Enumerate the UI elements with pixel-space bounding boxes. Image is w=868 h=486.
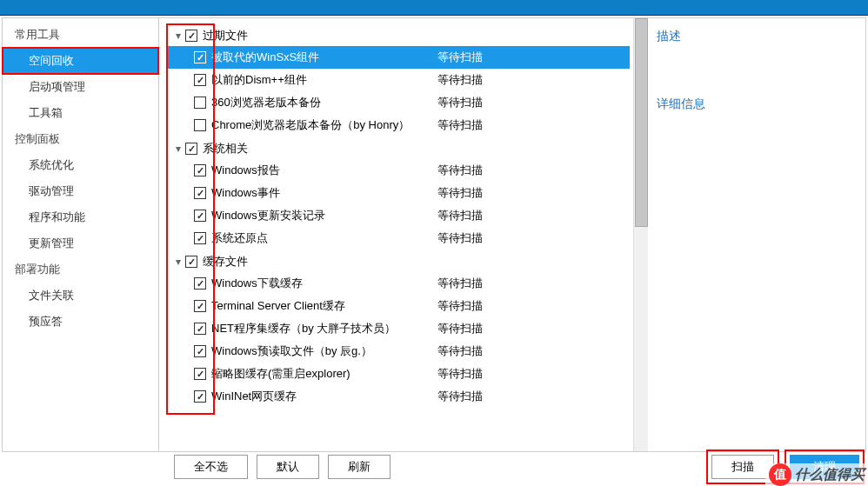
item-label: 360浏览器老版本备份 (211, 95, 437, 110)
group-checkbox[interactable] (185, 143, 197, 155)
item-checkbox[interactable] (194, 97, 206, 109)
tree-item[interactable]: 以前的Dism++组件等待扫描 (166, 69, 630, 91)
group-checkbox[interactable] (185, 30, 197, 42)
item-checkbox[interactable] (194, 277, 206, 290)
scrollbar-thumb[interactable] (635, 18, 648, 227)
item-label: Chrome浏览器老版本备份（by Honry） (211, 117, 437, 133)
tree-group-header[interactable]: ▾系统相关 (166, 138, 630, 159)
item-status: 等待扫描 (437, 298, 524, 314)
item-checkbox[interactable] (194, 345, 206, 357)
item-checkbox[interactable] (194, 51, 206, 63)
group-checkbox[interactable] (185, 256, 197, 268)
item-checkbox[interactable] (194, 390, 206, 403)
item-label: Windows更新安装记录 (211, 208, 437, 223)
item-checkbox[interactable] (194, 368, 206, 380)
tree-item[interactable]: WinINet网页缓存等待扫描 (166, 385, 630, 408)
sidebar-section-header: 部署功能 (3, 256, 158, 283)
item-label: WinINet网页缓存 (211, 389, 437, 404)
sidebar-item[interactable]: 工具箱 (3, 100, 158, 126)
tree-item[interactable]: 系统还原点等待扫描 (166, 227, 630, 250)
item-status: 等待扫描 (437, 230, 524, 246)
bottom-toolbar: 全不选 默认 刷新 扫描 清理 (0, 448, 868, 486)
item-label: 系统还原点 (211, 230, 437, 246)
sidebar-item[interactable]: 文件关联 (3, 283, 158, 309)
window-titlebar (0, 0, 868, 16)
item-status: 等待扫描 (437, 117, 524, 133)
tree-item[interactable]: Windows更新安装记录等待扫描 (166, 204, 630, 227)
tree-item[interactable]: 缩略图缓存(需重启explorer)等待扫描 (166, 363, 630, 385)
tree-item[interactable]: Windows报告等待扫描 (166, 159, 630, 182)
item-checkbox[interactable] (194, 210, 206, 222)
tree-item[interactable]: Windows事件等待扫描 (166, 182, 630, 204)
tree-group: ▾系统相关Windows报告等待扫描Windows事件等待扫描Windows更新… (166, 138, 630, 250)
app-container: 常用工具空间回收启动项管理工具箱控制面板系统优化驱动管理程序和功能更新管理部署功… (2, 17, 866, 452)
item-status: 等待扫描 (437, 50, 524, 65)
item-checkbox[interactable] (194, 74, 206, 86)
item-label: Windows报告 (211, 163, 437, 178)
sidebar-item[interactable]: 驱动管理 (3, 178, 158, 204)
tree-item[interactable]: Terminal Server Client缓存等待扫描 (166, 295, 630, 317)
tree-item[interactable]: NET程序集缓存（by 大胖子技术员）等待扫描 (166, 317, 630, 340)
item-label: 被取代的WinSxS组件 (211, 50, 437, 65)
refresh-button[interactable]: 刷新 (328, 455, 391, 479)
item-status: 等待扫描 (437, 366, 524, 382)
item-status: 等待扫描 (437, 185, 524, 201)
tree-item[interactable]: Windows预读取文件（by 辰g.）等待扫描 (166, 340, 630, 363)
sidebar-section-header: 控制面板 (3, 126, 158, 152)
info-panel: 描述 详细信息 (648, 18, 865, 451)
item-label: Windows事件 (211, 185, 437, 201)
tree-item[interactable]: Windows下载缓存等待扫描 (166, 272, 630, 295)
item-label: Windows下载缓存 (211, 276, 437, 291)
tree-group-header[interactable]: ▾过期文件 (166, 25, 630, 46)
item-checkbox[interactable] (194, 323, 206, 335)
sidebar-item[interactable]: 程序和功能 (3, 204, 158, 230)
right-button-group: 扫描 清理 (711, 455, 859, 479)
cleanup-tree: ▾过期文件被取代的WinSxS组件等待扫描以前的Dism++组件等待扫描360浏… (159, 18, 633, 451)
left-button-group: 全不选 默认 刷新 (174, 455, 391, 479)
details-heading: 详细信息 (657, 97, 857, 112)
tree-item[interactable]: Chrome浏览器老版本备份（by Honry）等待扫描 (166, 114, 630, 136)
item-label: NET程序集缓存（by 大胖子技术员） (211, 321, 437, 336)
item-status: 等待扫描 (437, 163, 524, 178)
deselect-all-button[interactable]: 全不选 (174, 455, 248, 479)
item-checkbox[interactable] (194, 300, 206, 312)
expand-icon[interactable]: ▾ (173, 30, 184, 42)
item-status: 等待扫描 (437, 276, 524, 291)
expand-icon[interactable]: ▾ (173, 143, 184, 155)
scan-button[interactable]: 扫描 (711, 455, 774, 479)
sidebar-section-header: 常用工具 (3, 22, 158, 48)
group-label: 过期文件 (203, 28, 429, 43)
tree-item[interactable]: 360浏览器老版本备份等待扫描 (166, 91, 630, 114)
default-button[interactable]: 默认 (257, 455, 319, 479)
tree-group-header[interactable]: ▾缓存文件 (166, 251, 630, 272)
item-status: 等待扫描 (437, 72, 524, 88)
main-panel: ▾过期文件被取代的WinSxS组件等待扫描以前的Dism++组件等待扫描360浏… (159, 18, 865, 451)
description-heading: 描述 (657, 29, 857, 44)
item-checkbox[interactable] (194, 187, 206, 199)
sidebar-item[interactable]: 系统优化 (3, 152, 158, 178)
item-checkbox[interactable] (194, 232, 206, 244)
item-label: Windows预读取文件（by 辰g.） (211, 343, 437, 359)
clean-button[interactable]: 清理 (790, 455, 859, 479)
item-status: 等待扫描 (437, 208, 524, 223)
item-checkbox[interactable] (194, 119, 206, 131)
sidebar-item[interactable]: 更新管理 (3, 230, 158, 256)
tree-group: ▾缓存文件Windows下载缓存等待扫描Terminal Server Clie… (166, 251, 630, 408)
sidebar-item[interactable]: 预应答 (3, 309, 158, 335)
group-label: 系统相关 (203, 141, 429, 156)
item-status: 等待扫描 (437, 321, 524, 336)
expand-icon[interactable]: ▾ (173, 256, 184, 268)
item-label: Terminal Server Client缓存 (211, 298, 437, 314)
tree-group: ▾过期文件被取代的WinSxS组件等待扫描以前的Dism++组件等待扫描360浏… (166, 25, 630, 136)
vertical-scrollbar[interactable] (633, 18, 648, 451)
item-status: 等待扫描 (437, 389, 524, 404)
sidebar-item[interactable]: 启动项管理 (3, 74, 158, 100)
group-label: 缓存文件 (203, 254, 429, 270)
item-status: 等待扫描 (437, 343, 524, 359)
item-checkbox[interactable] (194, 164, 206, 176)
sidebar-item[interactable]: 空间回收 (3, 48, 158, 74)
item-label: 缩略图缓存(需重启explorer) (211, 366, 437, 382)
tree-item[interactable]: 被取代的WinSxS组件等待扫描 (166, 46, 630, 69)
item-status: 等待扫描 (437, 95, 524, 110)
sidebar: 常用工具空间回收启动项管理工具箱控制面板系统优化驱动管理程序和功能更新管理部署功… (3, 18, 159, 451)
